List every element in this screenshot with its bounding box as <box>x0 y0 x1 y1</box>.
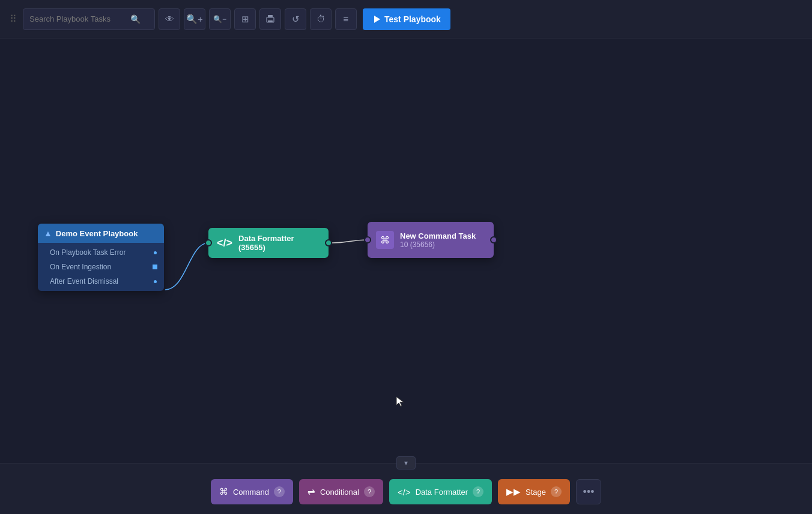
command-help-icon[interactable]: ? <box>274 486 285 497</box>
row-label-dismissal: After Event Dismissal <box>50 277 118 286</box>
conditional-btn-icon: ⇌ <box>308 486 315 497</box>
playbook-node-header: ▲ Demo Event Playbook <box>38 224 164 243</box>
more-icon: ••• <box>583 486 595 498</box>
add-formatter-button[interactable]: </> Data Formatter ? <box>389 479 492 504</box>
command-btn-icon: ⌘ <box>219 486 228 497</box>
add-conditional-button[interactable]: ⇌ Conditional ? <box>299 479 383 504</box>
search-icon-button[interactable]: 🔍 <box>130 14 141 24</box>
formatter-icon: </> <box>217 237 232 249</box>
formatter-btn-label: Data Formatter <box>416 488 468 497</box>
play-icon <box>372 15 381 23</box>
canvas[interactable]: ▲ Demo Event Playbook On Playbook Task E… <box>0 38 812 463</box>
stage-btn-label: Stage <box>526 488 546 497</box>
playbook-row-dismissal[interactable]: After Event Dismissal <box>38 274 164 289</box>
playbook-node-title: Demo Event Playbook <box>56 229 138 238</box>
playbook-node-icon: ▲ <box>44 228 52 238</box>
command-connector-left <box>364 236 371 243</box>
cursor <box>395 396 405 408</box>
row-dot-task-error <box>153 250 158 255</box>
search-container: 🔍 <box>23 8 155 30</box>
playbook-node[interactable]: ▲ Demo Event Playbook On Playbook Task E… <box>38 224 164 291</box>
fit-button[interactable]: ⊞ <box>234 8 256 30</box>
command-connector-right <box>490 236 497 243</box>
svg-rect-2 <box>268 20 273 22</box>
row-label-task-error: On Playbook Task Error <box>50 248 126 257</box>
row-label-ingestion: On Event Ingestion <box>50 263 111 271</box>
search-input[interactable] <box>29 14 126 23</box>
formatter-node[interactable]: </> Data Formatter (35655) <box>208 228 329 258</box>
drag-handle-icon[interactable]: ⠿ <box>7 11 19 27</box>
test-playbook-label: Test Playbook <box>384 14 441 24</box>
zoom-out-button[interactable]: 🔍− <box>209 8 231 30</box>
command-node-line2: 10 (35656) <box>400 240 476 249</box>
svg-marker-3 <box>374 16 380 23</box>
command-btn-label: Command <box>233 488 269 497</box>
bottom-toolbar: ⌘ Command ? ⇌ Conditional ? </> Data For… <box>201 473 611 510</box>
formatter-connector-left <box>205 239 212 246</box>
formatter-connector-right <box>325 239 332 246</box>
formatter-help-icon[interactable]: ? <box>473 486 483 497</box>
command-node-label: New Command Task 10 (35656) <box>400 231 476 249</box>
stage-btn-icon: ▶▶ <box>506 486 521 497</box>
test-playbook-button[interactable]: Test Playbook <box>363 8 450 30</box>
conditional-help-icon[interactable]: ? <box>364 486 375 497</box>
stage-help-icon[interactable]: ? <box>551 486 562 497</box>
toolbar: ⠿ 🔍 👁 🔍+ 🔍− ⊞ ↺ ⏱ ≡ Test Playbook <box>0 0 812 38</box>
playbook-row-ingestion[interactable]: On Event Ingestion <box>38 260 164 274</box>
playbook-row-task-error[interactable]: On Playbook Task Error <box>38 245 164 260</box>
command-node-icon: ⌘ <box>376 231 394 249</box>
collapse-button[interactable]: ▾ <box>396 456 416 470</box>
command-node[interactable]: ⌘ New Command Task 10 (35656) <box>368 222 494 258</box>
zoom-in-button[interactable]: 🔍+ <box>184 8 205 30</box>
bottom-panel: ▾ ⌘ Command ? ⇌ Conditional ? </> Data F… <box>0 463 812 514</box>
refresh-button[interactable]: ↺ <box>285 8 306 30</box>
formatter-label: Data Formatter (35655) <box>238 234 320 252</box>
row-dot-dismissal <box>153 279 158 284</box>
print-button[interactable] <box>259 8 281 30</box>
formatter-btn-icon: </> <box>398 487 411 497</box>
conditional-btn-label: Conditional <box>320 488 359 497</box>
add-stage-button[interactable]: ▶▶ Stage ? <box>498 479 570 504</box>
more-button[interactable]: ••• <box>576 479 601 504</box>
eye-button[interactable]: 👁 <box>159 8 180 30</box>
row-square-ingestion <box>152 264 158 270</box>
collapse-icon: ▾ <box>404 459 408 467</box>
add-command-button[interactable]: ⌘ Command ? <box>211 479 293 504</box>
history-button[interactable]: ⏱ <box>310 8 332 30</box>
command-node-line1: New Command Task <box>400 231 476 240</box>
playbook-node-body: On Playbook Task Error On Event Ingestio… <box>38 243 164 291</box>
svg-rect-1 <box>268 15 273 17</box>
menu-button[interactable]: ≡ <box>335 8 357 30</box>
